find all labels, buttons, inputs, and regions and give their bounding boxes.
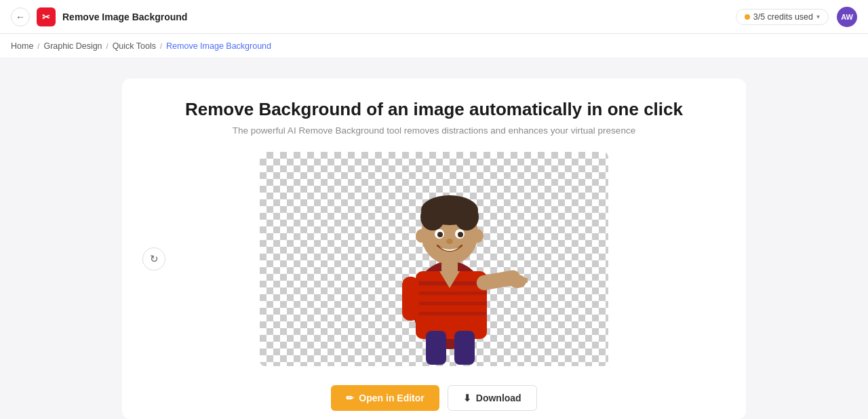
pencil-icon: ✏ (346, 393, 354, 403)
scissors-icon: ✂ (42, 12, 50, 22)
app-logo: ✂ (37, 7, 56, 26)
svg-rect-3 (416, 292, 487, 295)
credits-chevron-icon: ▾ (816, 13, 820, 20)
page-subtitle: The powerful AI Remove Background tool r… (233, 125, 635, 136)
download-icon: ⬇ (463, 393, 471, 403)
svg-rect-24 (441, 261, 458, 275)
credits-dot-icon (745, 14, 750, 20)
breadcrumb-sep-1: / (37, 42, 39, 50)
svg-rect-11 (426, 331, 446, 365)
main-content: Remove Background of an image automatica… (0, 58, 868, 419)
download-label: Download (476, 393, 521, 403)
page-title: Remove Background of an image automatica… (185, 99, 683, 120)
breadcrumb-remove-bg[interactable]: Remove Image Background (166, 41, 271, 51)
svg-rect-5 (416, 312, 487, 315)
breadcrumb: Home / Graphic Design / Quick Tools / Re… (0, 34, 868, 58)
avatar-initials: AW (841, 13, 853, 21)
processed-image (372, 156, 528, 366)
image-canvas (260, 152, 608, 366)
refresh-icon: ↻ (150, 253, 159, 265)
credits-text: 3/5 credits used (753, 12, 813, 22)
image-wrapper: ↻ (136, 152, 732, 366)
header: ← ✂ Remove Image Background 3/5 credits … (0, 0, 868, 34)
content-box: Remove Background of an image automatica… (122, 79, 746, 419)
download-button[interactable]: ⬇ Download (448, 385, 537, 411)
svg-rect-12 (454, 331, 475, 365)
svg-point-15 (420, 203, 445, 231)
svg-point-22 (416, 229, 427, 243)
breadcrumb-home[interactable]: Home (11, 41, 33, 51)
back-icon: ← (16, 12, 25, 22)
breadcrumb-sep-2: / (106, 42, 108, 50)
credits-badge[interactable]: 3/5 credits used ▾ (736, 9, 829, 25)
svg-point-20 (458, 232, 463, 237)
open-in-editor-button[interactable]: ✏ Open in Editor (331, 385, 439, 411)
breadcrumb-quick-tools[interactable]: Quick Tools (113, 41, 156, 51)
svg-rect-10 (522, 278, 528, 283)
refresh-button[interactable]: ↻ (142, 247, 165, 271)
button-row: ✏ Open in Editor ⬇ Download (331, 385, 536, 411)
back-button[interactable]: ← (11, 7, 30, 26)
avatar[interactable]: AW (837, 7, 857, 27)
open-in-editor-label: Open in Editor (359, 393, 424, 403)
svg-point-16 (454, 203, 479, 231)
svg-rect-4 (416, 302, 487, 305)
header-title: Remove Image Background (62, 12, 187, 22)
header-right: 3/5 credits used ▾ AW (736, 7, 857, 27)
svg-point-19 (437, 232, 443, 237)
svg-rect-8 (402, 277, 419, 321)
breadcrumb-graphic-design[interactable]: Graphic Design (43, 41, 102, 51)
svg-point-23 (473, 229, 484, 243)
breadcrumb-sep-3: / (160, 42, 162, 50)
header-left: ← ✂ Remove Image Background (11, 7, 187, 26)
svg-point-21 (446, 239, 453, 244)
